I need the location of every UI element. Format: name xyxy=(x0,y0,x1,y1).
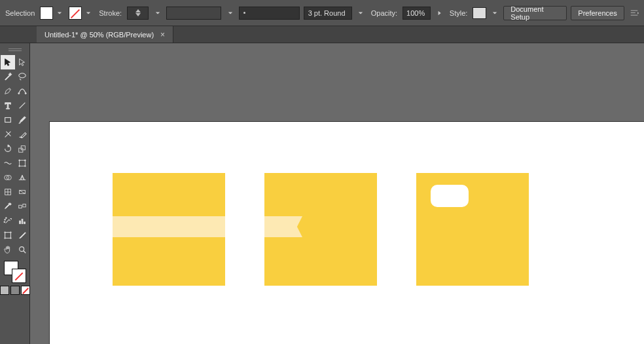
eyedropper-tool[interactable] xyxy=(1,199,15,214)
svg-rect-17 xyxy=(22,204,25,207)
stroke-swatch-dropdown[interactable] xyxy=(83,7,94,20)
opacity-dropdown[interactable] xyxy=(435,7,444,20)
tool-grid xyxy=(1,55,29,257)
svg-point-25 xyxy=(19,247,24,252)
artwork-yellow-square-3[interactable] xyxy=(416,173,529,286)
scale-tool[interactable] xyxy=(15,142,29,156)
shaper-tool[interactable] xyxy=(1,127,15,142)
color-mode-button[interactable] xyxy=(0,286,9,295)
zoom-tool[interactable] xyxy=(15,242,29,257)
stroke-swatch-group xyxy=(69,7,94,20)
document-tab-strip: Untitled-1* @ 50% (RGB/Preview) × xyxy=(0,26,644,43)
fill-swatch-group xyxy=(40,7,65,20)
graphic-style-swatch[interactable] xyxy=(473,7,486,19)
perspective-grid-tool[interactable] xyxy=(15,170,29,185)
tool-panel-grip-icon[interactable] xyxy=(0,47,29,54)
artwork-rounded-tab[interactable] xyxy=(431,185,469,207)
main-area xyxy=(0,43,644,344)
type-tool[interactable] xyxy=(1,98,15,113)
brush-name: 3 pt. Round xyxy=(308,9,346,17)
stroke-weight-stepper[interactable] xyxy=(127,7,149,20)
color-mode-row xyxy=(0,286,30,295)
brush-definition[interactable]: 3 pt. Round xyxy=(304,7,352,20)
pen-tool[interactable] xyxy=(1,84,15,98)
fill-swatch-dropdown[interactable] xyxy=(54,7,65,20)
svg-point-18 xyxy=(4,219,5,220)
tab-close-button[interactable]: × xyxy=(160,30,165,39)
svg-rect-7 xyxy=(19,161,25,166)
svg-rect-0 xyxy=(9,48,22,49)
svg-rect-1 xyxy=(9,50,22,51)
svg-point-11 xyxy=(24,166,26,167)
tool-panel xyxy=(0,43,30,344)
artboard-tool[interactable] xyxy=(1,228,15,242)
opacity-label: Opacity: xyxy=(370,9,399,17)
opacity-field[interactable]: 100% xyxy=(402,7,431,20)
fill-swatch[interactable] xyxy=(40,7,53,20)
shape-builder-tool[interactable] xyxy=(1,170,15,185)
slice-tool[interactable] xyxy=(15,228,29,242)
document-setup-button[interactable]: Document Setup xyxy=(503,6,567,20)
artwork-ribbon-end[interactable] xyxy=(264,216,302,237)
curvature-tool[interactable] xyxy=(15,84,29,98)
svg-point-20 xyxy=(3,221,5,223)
brush-dropdown[interactable] xyxy=(356,7,366,20)
magic-wand-tool[interactable] xyxy=(1,69,15,84)
no-selection-label: Selection xyxy=(4,9,36,17)
svg-point-9 xyxy=(24,160,26,161)
artwork-yellow-square-2[interactable] xyxy=(264,173,377,286)
mesh-tool[interactable] xyxy=(1,185,15,199)
options-bar: Selection Stroke: 3 pt. Round Opacity: 1… xyxy=(0,0,644,26)
paintbrush-tool[interactable] xyxy=(15,113,29,127)
artwork-cream-band[interactable] xyxy=(113,216,225,237)
svg-point-10 xyxy=(18,166,20,167)
document-tab-title: Untitled-1* @ 50% (RGB/Preview) xyxy=(45,31,154,39)
preferences-button[interactable]: Preferences xyxy=(571,6,624,20)
symbol-sprayer-tool[interactable] xyxy=(1,214,15,228)
svg-point-19 xyxy=(5,218,7,219)
svg-rect-24 xyxy=(5,233,10,239)
style-label: Style: xyxy=(448,9,469,17)
variable-width-dropdown[interactable] xyxy=(225,7,235,20)
artwork-yellow-square-1[interactable] xyxy=(113,173,225,286)
brush-dot-icon xyxy=(243,12,245,14)
svg-point-3 xyxy=(25,92,26,94)
blend-tool[interactable] xyxy=(15,199,29,214)
free-transform-tool[interactable] xyxy=(15,156,29,170)
lasso-tool[interactable] xyxy=(15,69,29,84)
stroke-swatch[interactable] xyxy=(69,7,82,20)
svg-rect-16 xyxy=(18,205,21,208)
line-segment-tool[interactable] xyxy=(15,98,29,113)
svg-rect-22 xyxy=(22,219,23,223)
artboard[interactable] xyxy=(50,122,644,344)
brush-preview[interactable] xyxy=(239,7,300,20)
variable-width-profile[interactable] xyxy=(166,7,221,20)
gradient-mode-button[interactable] xyxy=(10,286,20,295)
svg-rect-21 xyxy=(19,221,20,223)
fill-stroke-control[interactable] xyxy=(4,261,26,283)
svg-point-8 xyxy=(18,160,20,161)
style-dropdown[interactable] xyxy=(490,7,500,20)
gradient-tool[interactable] xyxy=(15,185,29,199)
none-mode-button[interactable] xyxy=(21,286,30,295)
rotate-tool[interactable] xyxy=(1,142,15,156)
stroke-weight-dropdown[interactable] xyxy=(152,7,162,20)
selection-tool[interactable] xyxy=(1,55,15,69)
width-tool[interactable] xyxy=(1,156,15,170)
document-tab[interactable]: Untitled-1* @ 50% (RGB/Preview) × xyxy=(37,26,173,43)
eraser-tool[interactable] xyxy=(15,127,29,142)
column-graph-tool[interactable] xyxy=(15,214,29,228)
canvas-viewport[interactable] xyxy=(30,43,644,344)
svg-rect-4 xyxy=(5,118,10,123)
stroke-label: Stroke: xyxy=(98,9,123,17)
rectangle-tool[interactable] xyxy=(1,113,15,127)
direct-selection-tool[interactable] xyxy=(15,55,29,69)
opacity-value: 100% xyxy=(406,9,425,17)
hand-tool[interactable] xyxy=(1,242,15,257)
svg-point-2 xyxy=(18,92,19,94)
align-flyout-icon[interactable] xyxy=(628,7,640,20)
svg-rect-23 xyxy=(24,222,25,224)
stroke-color-icon[interactable] xyxy=(12,269,26,283)
